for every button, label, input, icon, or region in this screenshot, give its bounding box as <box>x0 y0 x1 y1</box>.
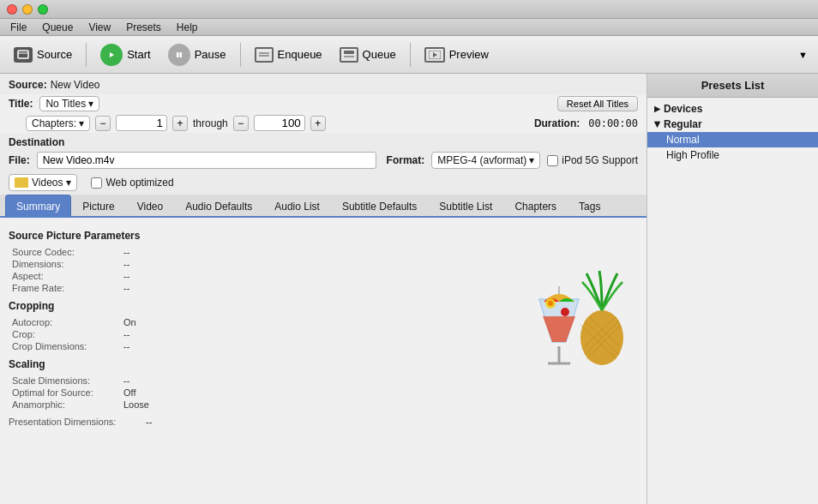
toolbar: Source Start Pause Enqueue Queue Preview… <box>0 36 818 74</box>
svg-rect-4 <box>179 52 182 57</box>
aspect-key: Aspect: <box>12 271 123 281</box>
scale-key: Scale Dimensions: <box>12 375 123 386</box>
high-profile-label: High Profile <box>666 149 719 161</box>
crop-key: Crop: <box>12 329 123 339</box>
anamorphic-key: Anamorphic: <box>12 399 123 410</box>
presets-item-devices[interactable]: ▶ Devices <box>647 101 818 117</box>
web-optimized-checkbox[interactable] <box>91 177 102 189</box>
title-label: Title: <box>9 98 33 110</box>
enqueue-button[interactable]: Enqueue <box>248 44 329 66</box>
title-row: Title: No Titles ▾ Reset All Titles <box>0 94 647 113</box>
tab-chapters[interactable]: Chapters <box>503 195 568 218</box>
summary-row-dimensions: Dimensions: -- <box>9 259 501 269</box>
reset-all-titles-button[interactable]: Reset All Titles <box>557 96 638 111</box>
destination-section: Destination File: Format: MPEG-4 (avform… <box>0 133 647 195</box>
dimensions-key: Dimensions: <box>12 259 123 269</box>
tab-video[interactable]: Video <box>126 195 174 218</box>
tab-summary[interactable]: Summary <box>5 195 71 218</box>
chapter-start-decrement[interactable]: − <box>95 116 111 131</box>
pause-label: Pause <box>195 48 226 61</box>
codec-key: Source Codec: <box>12 247 123 257</box>
presets-item-normal[interactable]: Normal <box>647 132 818 147</box>
queue-button[interactable]: Queue <box>333 44 403 66</box>
chapters-row: Chapters: ▾ − + through − + Duration: 00… <box>0 113 647 133</box>
preview-label: Preview <box>449 48 489 61</box>
queue-label: Queue <box>363 48 396 61</box>
folder-dropdown[interactable]: Videos ▾ <box>9 174 77 191</box>
presentation-label: Presentation Dimensions: <box>9 417 146 427</box>
devices-triangle-icon: ▶ <box>654 105 660 113</box>
dimensions-val: -- <box>123 259 129 269</box>
tab-picture[interactable]: Picture <box>71 195 125 218</box>
summary-row-scale: Scale Dimensions: -- <box>9 375 501 386</box>
chapter-start-increment[interactable]: + <box>172 116 188 131</box>
chapter-end-decrement[interactable]: − <box>233 116 249 131</box>
format-dropdown[interactable]: MPEG-4 (avformat) ▾ <box>431 152 540 169</box>
minimize-button[interactable] <box>22 4 33 15</box>
title-dropdown[interactable]: No Titles ▾ <box>39 96 99 111</box>
menu-file[interactable]: File <box>3 20 33 35</box>
presets-item-high-profile[interactable]: High Profile <box>647 147 818 163</box>
ipod-support-checkbox-label[interactable]: iPod 5G Support <box>547 154 638 166</box>
presets-item-regular[interactable]: ▶ Regular <box>647 117 818 132</box>
dest-file-row: File: Format: MPEG-4 (avformat) ▾ iPod 5… <box>9 152 638 169</box>
tab-audio-list[interactable]: Audio List <box>263 195 331 218</box>
svg-point-23 <box>548 301 553 306</box>
tab-audio-defaults[interactable]: Audio Defaults <box>174 195 263 218</box>
title-dropdown-value: No Titles <box>45 98 86 110</box>
summary-row-crop-dim: Crop Dimensions: -- <box>9 341 501 351</box>
right-panel: Presets List ▶ Devices ▶ Regular Normal … <box>647 74 818 504</box>
start-button[interactable]: Start <box>93 40 157 69</box>
menu-presets[interactable]: Presets <box>119 20 168 35</box>
tab-subtitle-list[interactable]: Subtitle List <box>428 195 503 218</box>
preview-button[interactable]: Preview <box>418 44 496 66</box>
tab-subtitle-defaults[interactable]: Subtitle Defaults <box>331 195 428 218</box>
chapter-end-increment[interactable]: + <box>310 116 326 131</box>
svg-marker-2 <box>110 52 114 57</box>
svg-rect-0 <box>18 51 28 58</box>
tabs-bar: Summary Picture Video Audio Defaults Aud… <box>0 195 647 218</box>
optimal-val: Off <box>123 387 135 398</box>
web-optimized-checkbox-label[interactable]: Web optimized <box>91 177 173 189</box>
close-button[interactable] <box>7 4 17 15</box>
regular-triangle-icon: ▶ <box>653 122 662 128</box>
format-label: Format: <box>387 154 425 166</box>
toolbar-sep-1 <box>86 43 87 67</box>
menu-queue[interactable]: Queue <box>35 20 80 35</box>
folder-label: Videos <box>32 177 63 189</box>
ipod-support-checkbox[interactable] <box>547 155 558 166</box>
svg-rect-3 <box>177 52 179 57</box>
crop-val: -- <box>123 329 129 339</box>
folder-icon <box>15 177 28 188</box>
presets-tree: ▶ Devices ▶ Regular Normal High Profile <box>647 98 818 504</box>
toolbar-sep-3 <box>410 43 411 67</box>
menu-view[interactable]: View <box>81 20 117 35</box>
crop-dim-key: Crop Dimensions: <box>12 341 123 351</box>
toolbar-dropdown-button[interactable]: ▼ <box>795 48 811 62</box>
chapter-start-input[interactable] <box>116 115 167 131</box>
maximize-button[interactable] <box>38 4 48 15</box>
anamorphic-val: Loose <box>123 399 149 410</box>
source-row: Source: New Video <box>0 74 647 94</box>
presentation-row: Presentation Dimensions: -- <box>9 417 501 427</box>
svg-marker-10 <box>433 52 437 57</box>
pause-button[interactable]: Pause <box>161 40 233 69</box>
source-label: Source <box>37 48 72 61</box>
menu-help[interactable]: Help <box>170 20 205 35</box>
left-panel: Source: New Video Title: No Titles ▾ Res… <box>0 74 647 504</box>
menu-bar: File Queue View Presets Help <box>0 19 818 36</box>
format-value: MPEG-4 (avformat) <box>437 154 526 166</box>
summary-row-codec: Source Codec: -- <box>9 247 501 257</box>
autocrop-val: On <box>123 317 136 327</box>
summary-row-crop: Crop: -- <box>9 329 501 339</box>
chapters-dropdown[interactable]: Chapters: ▾ <box>26 116 90 131</box>
enqueue-label: Enqueue <box>278 48 322 61</box>
chapter-end-input[interactable] <box>254 115 305 131</box>
source-button[interactable]: Source <box>7 44 79 66</box>
presets-header: Presets List <box>647 74 818 98</box>
tab-tags[interactable]: Tags <box>568 195 611 218</box>
regular-label: Regular <box>664 118 702 130</box>
codec-val: -- <box>123 247 129 257</box>
file-input[interactable] <box>37 152 376 169</box>
source-value: New Video <box>51 79 100 91</box>
